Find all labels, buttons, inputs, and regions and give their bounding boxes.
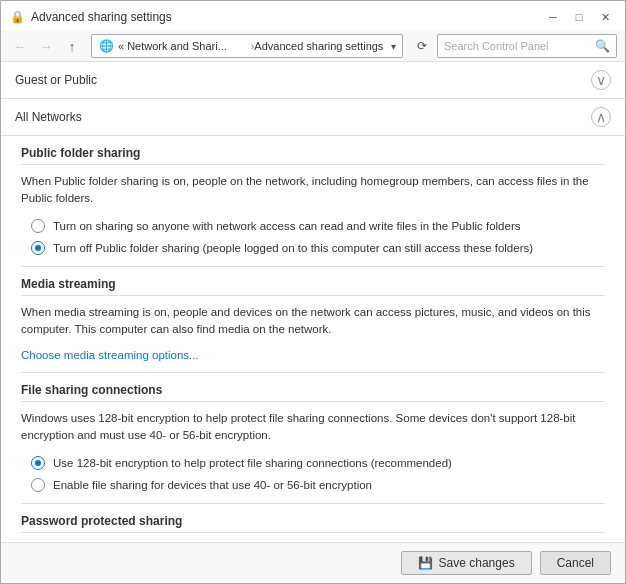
- radio-turn-off-sharing[interactable]: Turn off Public folder sharing (people l…: [31, 240, 605, 256]
- search-icon[interactable]: 🔍: [595, 39, 610, 53]
- radio-40-56bit[interactable]: Enable file sharing for devices that use…: [31, 477, 605, 493]
- radio-turn-on-sharing-label: Turn on sharing so anyone with network a…: [53, 218, 521, 234]
- public-folder-sharing-section: Public folder sharing When Public folder…: [21, 146, 605, 256]
- all-networks-section-header[interactable]: All Networks ∧: [1, 99, 625, 136]
- forward-button[interactable]: →: [35, 35, 57, 57]
- main-window: 🔒 Advanced sharing settings ─ □ ✕ ← → ↑ …: [0, 0, 626, 584]
- media-streaming-section: Media streaming When media streaming is …: [21, 266, 605, 363]
- toolbar: ← → ↑ 🌐 « Network and Shari... › Advance…: [1, 31, 625, 62]
- save-icon: 💾: [418, 556, 433, 570]
- guest-or-public-title: Guest or Public: [15, 73, 97, 87]
- password-protected-sharing-section: Password protected sharing When password…: [21, 503, 605, 542]
- main-scroll-area[interactable]: Guest or Public ∨ All Networks ∧ Public …: [1, 62, 625, 542]
- window-icon: 🔒: [9, 9, 25, 25]
- radio-40-56bit-circle: [31, 478, 45, 492]
- radio-40-56bit-label: Enable file sharing for devices that use…: [53, 477, 372, 493]
- window-title: Advanced sharing settings: [31, 10, 172, 24]
- radio-128bit[interactable]: Use 128-bit encryption to help protect f…: [31, 455, 605, 471]
- save-changes-button[interactable]: 💾 Save changes: [401, 551, 532, 575]
- media-streaming-title: Media streaming: [21, 277, 605, 296]
- cancel-label: Cancel: [557, 556, 594, 570]
- public-folder-radio-group: Turn on sharing so anyone with network a…: [31, 218, 605, 256]
- password-protected-sharing-title: Password protected sharing: [21, 514, 605, 533]
- save-changes-label: Save changes: [439, 556, 515, 570]
- guest-or-public-section-header[interactable]: Guest or Public ∨: [1, 62, 625, 99]
- title-bar: 🔒 Advanced sharing settings ─ □ ✕: [1, 1, 625, 31]
- media-streaming-options-link[interactable]: Choose media streaming options...: [21, 349, 199, 361]
- address-dropdown-arrow[interactable]: ▾: [391, 41, 396, 52]
- public-folder-sharing-title: Public folder sharing: [21, 146, 605, 165]
- title-bar-left: 🔒 Advanced sharing settings: [9, 9, 172, 25]
- radio-128bit-circle: [31, 456, 45, 470]
- content-area: Guest or Public ∨ All Networks ∧ Public …: [1, 62, 625, 542]
- public-folder-sharing-description: When Public folder sharing is on, people…: [21, 173, 605, 208]
- media-streaming-description: When media streaming is on, people and d…: [21, 304, 605, 339]
- close-button[interactable]: ✕: [593, 7, 617, 27]
- title-controls: ─ □ ✕: [541, 7, 617, 27]
- file-sharing-connections-section: File sharing connections Windows uses 12…: [21, 372, 605, 493]
- cancel-button[interactable]: Cancel: [540, 551, 611, 575]
- refresh-button[interactable]: ⟳: [411, 35, 433, 57]
- address-path-part2: Advanced sharing settings: [254, 40, 387, 52]
- all-networks-chevron: ∧: [591, 107, 611, 127]
- search-bar[interactable]: Search Control Panel 🔍: [437, 34, 617, 58]
- radio-turn-off-sharing-circle: [31, 241, 45, 255]
- guest-or-public-chevron: ∨: [591, 70, 611, 90]
- back-button[interactable]: ←: [9, 35, 31, 57]
- address-path-part1: « Network and Shari...: [118, 40, 251, 52]
- radio-128bit-label: Use 128-bit encryption to help protect f…: [53, 455, 452, 471]
- search-placeholder-text: Search Control Panel: [444, 40, 595, 52]
- all-networks-content: Public folder sharing When Public folder…: [1, 136, 625, 542]
- maximize-button[interactable]: □: [567, 7, 591, 27]
- network-icon: 🌐: [98, 38, 114, 54]
- radio-turn-on-sharing[interactable]: Turn on sharing so anyone with network a…: [31, 218, 605, 234]
- address-bar: 🌐 « Network and Shari... › Advanced shar…: [91, 34, 403, 58]
- all-networks-title: All Networks: [15, 110, 82, 124]
- minimize-button[interactable]: ─: [541, 7, 565, 27]
- file-sharing-connections-description: Windows uses 128-bit encryption to help …: [21, 410, 605, 445]
- file-sharing-radio-group: Use 128-bit encryption to help protect f…: [31, 455, 605, 493]
- up-button[interactable]: ↑: [61, 35, 83, 57]
- footer-bar: 💾 Save changes Cancel: [1, 542, 625, 583]
- radio-turn-off-sharing-label: Turn off Public folder sharing (people l…: [53, 240, 533, 256]
- file-sharing-connections-title: File sharing connections: [21, 383, 605, 402]
- radio-turn-on-sharing-circle: [31, 219, 45, 233]
